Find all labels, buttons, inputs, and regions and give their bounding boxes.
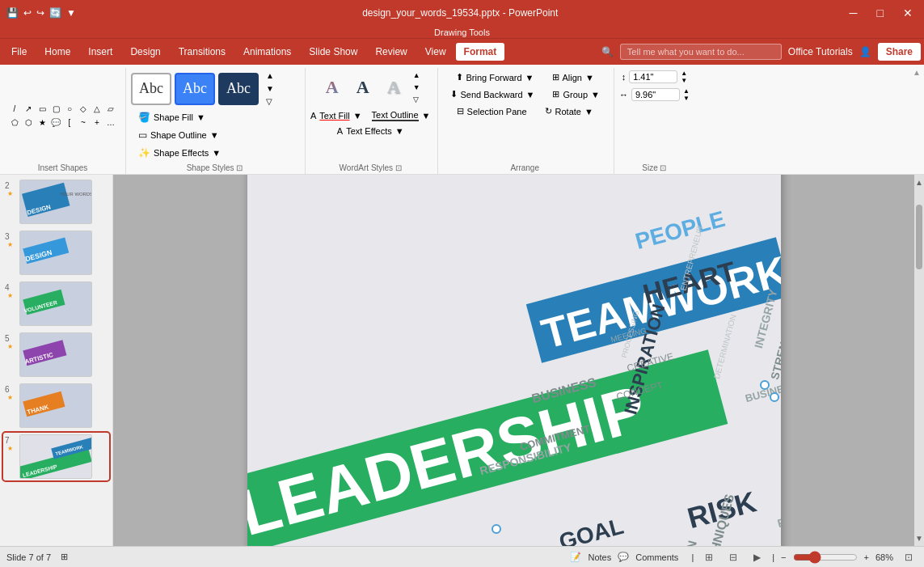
shape-arrow[interactable]: ↗ — [22, 102, 35, 115]
scroll-up-arrow[interactable]: ▲ — [913, 176, 924, 188]
menu-home[interactable]: Home — [36, 43, 78, 61]
scroll-down-arrow[interactable]: ▼ — [913, 532, 924, 544]
close-button[interactable]: ✕ — [898, 5, 918, 21]
slide-item-6[interactable]: 6 ★ THANK — [3, 382, 109, 429]
undo-icon[interactable]: ↩ — [23, 7, 32, 19]
shape-more[interactable]: … — [104, 116, 117, 129]
selection-pane-btn[interactable]: ⊟ Selection Pane — [449, 104, 534, 119]
group-btn[interactable]: ⊞ Group ▼ — [545, 87, 606, 102]
menu-view[interactable]: View — [417, 43, 454, 61]
shape-hexagon[interactable]: ⬡ — [22, 116, 35, 129]
slide-item-4[interactable]: 4 ★ VOLUNTEER — [3, 280, 109, 328]
comments-btn[interactable]: Comments — [635, 552, 678, 562]
shape-rounded[interactable]: ▢ — [49, 102, 62, 115]
zoom-in-icon[interactable]: + — [864, 552, 869, 562]
text-fill-icon: A — [310, 111, 316, 121]
menu-review[interactable]: Review — [367, 43, 415, 61]
shape-fill-btn[interactable]: 🪣 Shape Fill ▼ — [131, 109, 213, 125]
height-input[interactable] — [629, 70, 677, 83]
size-expand-icon[interactable]: ⊡ — [660, 163, 666, 172]
shape-circle[interactable]: ○ — [63, 102, 76, 115]
scrollbar-thumb[interactable] — [916, 205, 922, 269]
menu-animations[interactable]: Animations — [235, 43, 299, 61]
style-preview-1[interactable]: Abc — [131, 73, 171, 105]
shape-bracket[interactable]: [ — [63, 116, 76, 129]
fit-window-btn[interactable]: ⊡ — [900, 550, 918, 565]
align-btn[interactable]: ⊞ Align ▼ — [545, 70, 601, 85]
send-backward-dropdown[interactable]: ▼ — [526, 90, 535, 99]
more-styles-up[interactable]: ▲ — [262, 70, 278, 82]
menu-format[interactable]: Format — [456, 43, 505, 61]
text-fill-dropdown[interactable]: ▼ — [353, 111, 362, 121]
bring-forward-btn[interactable]: ⬆ Bring Forward ▼ — [449, 70, 542, 85]
shape-cross[interactable]: + — [91, 116, 103, 129]
wordart-btn-3[interactable]: A — [379, 73, 408, 102]
notes-btn[interactable]: Notes — [588, 552, 611, 562]
slide-item-2[interactable]: 2 ★ DESIGN YOUR WORDS — [3, 178, 109, 226]
effects-dropdown-icon[interactable]: ▼ — [212, 148, 221, 158]
shape-triangle[interactable]: △ — [91, 102, 103, 115]
shape-callout[interactable]: 💬 — [49, 116, 62, 129]
maximize-button[interactable]: □ — [872, 5, 888, 21]
slide-thumb-4: VOLUNTEER — [19, 281, 92, 326]
align-dropdown[interactable]: ▼ — [585, 73, 594, 83]
minimize-button[interactable]: ─ — [845, 5, 863, 21]
redo-icon[interactable]: ↪ — [36, 7, 44, 19]
shape-styles-expand-icon[interactable]: ⊡ — [236, 163, 243, 172]
height-up[interactable]: ▲ — [681, 70, 687, 77]
bring-forward-dropdown[interactable]: ▼ — [525, 73, 534, 83]
share-button[interactable]: Share — [878, 43, 921, 61]
slide-item-7[interactable]: 7 ★ LEADERSHIP TEAMWORK — [3, 433, 109, 480]
more-styles-expand[interactable]: ▽ — [262, 95, 278, 108]
shape-parallelogram[interactable]: ▱ — [104, 102, 117, 115]
width-input[interactable] — [631, 88, 680, 101]
repeat-icon[interactable]: 🔄 — [49, 7, 61, 19]
wordart-more-up[interactable]: ▲ — [410, 70, 424, 81]
v-scrollbar-right[interactable]: ▲ ▼ — [914, 175, 924, 546]
fit-slide-icon[interactable]: ⊞ — [61, 552, 68, 562]
view-slide-btn[interactable]: ▶ — [749, 550, 766, 565]
shape-diamond[interactable]: ◇ — [77, 102, 90, 115]
text-outline-dropdown[interactable]: ▼ — [422, 111, 431, 121]
menu-insert[interactable]: Insert — [80, 43, 120, 61]
more-styles-down[interactable]: ▼ — [262, 83, 278, 95]
menu-transitions[interactable]: Transitions — [171, 43, 234, 61]
menu-design[interactable]: Design — [122, 43, 168, 61]
fill-dropdown-icon[interactable]: ▼ — [196, 112, 205, 122]
slide-item-3[interactable]: 3 ★ DESIGN — [3, 229, 109, 277]
shape-effects-btn[interactable]: ✨ Shape Effects ▼ — [131, 145, 228, 161]
height-down[interactable]: ▼ — [681, 77, 687, 84]
shape-line[interactable]: / — [8, 102, 21, 115]
wordart-btn-1[interactable]: A — [318, 73, 347, 102]
zoom-out-icon[interactable]: − — [781, 552, 786, 562]
menu-file[interactable]: File — [3, 43, 35, 61]
wordart-expand[interactable]: ▽ — [410, 94, 424, 105]
shape-rect[interactable]: ▭ — [36, 102, 49, 115]
zoom-slider[interactable] — [793, 551, 858, 564]
shape-star[interactable]: ★ — [36, 116, 49, 129]
style-preview-3[interactable]: Abc — [218, 73, 259, 105]
outline-dropdown-icon[interactable]: ▼ — [210, 130, 219, 140]
customize-icon[interactable]: ▼ — [66, 7, 76, 19]
shape-outline-btn[interactable]: ▭ Shape Outline ▼ — [131, 127, 226, 143]
shape-curve[interactable]: ~ — [77, 116, 90, 129]
search-input[interactable] — [620, 44, 782, 60]
wordart-btn-2[interactable]: A — [348, 73, 378, 102]
view-normal-btn[interactable]: ⊞ — [700, 550, 718, 565]
style-preview-2[interactable]: Abc — [175, 73, 215, 105]
width-up[interactable]: ▲ — [683, 87, 690, 95]
send-backward-btn[interactable]: ⬇ Send Backward ▼ — [443, 87, 542, 102]
wordart-more-down[interactable]: ▼ — [410, 82, 424, 93]
text-effects-dropdown[interactable]: ▼ — [395, 126, 404, 136]
group-dropdown[interactable]: ▼ — [591, 90, 600, 99]
rotate-dropdown[interactable]: ▼ — [584, 107, 593, 116]
view-grid-btn[interactable]: ⊟ — [724, 550, 742, 565]
office-tutorials-link[interactable]: Office Tutorials — [788, 46, 853, 57]
width-down[interactable]: ▼ — [683, 95, 690, 102]
ribbon-collapse-btn[interactable]: ▲ — [913, 68, 921, 77]
shape-pentagon[interactable]: ⬠ — [8, 116, 21, 129]
slide-item-5[interactable]: 5 ★ ARTISTIC — [3, 331, 109, 379]
wordart-expand-icon[interactable]: ⊡ — [395, 163, 402, 172]
rotate-btn[interactable]: ↻ Rotate ▼ — [538, 104, 601, 119]
menu-slideshow[interactable]: Slide Show — [301, 43, 365, 61]
